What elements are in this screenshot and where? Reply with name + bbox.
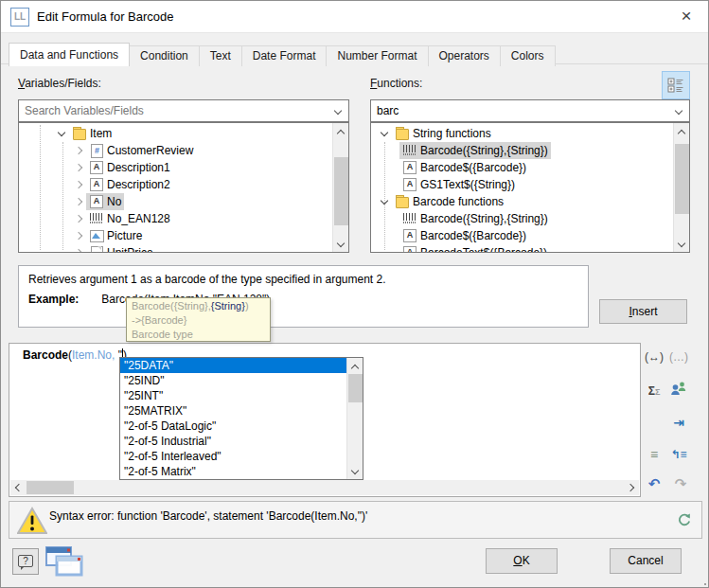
autocomplete-item[interactable]: "2-of-5 DataLogic": [120, 419, 346, 434]
auto-format-icon[interactable]: ↰≡: [668, 446, 689, 463]
ok-button[interactable]: OK: [486, 548, 558, 574]
editor-horizontal-scrollbar[interactable]: [10, 480, 639, 495]
functions-search-combo[interactable]: [370, 99, 690, 122]
insert-tab-icon[interactable]: ⇥: [668, 414, 689, 431]
contacts-icon[interactable]: [668, 381, 689, 398]
chevron-down-icon[interactable]: [334, 107, 342, 115]
tab-number-format[interactable]: Number Format: [326, 45, 428, 66]
tree-item[interactable]: Barcode$({Barcode}): [371, 159, 673, 176]
chevron-right-icon[interactable]: [73, 227, 86, 244]
chevron-right-icon[interactable]: [73, 193, 86, 210]
scroll-down-icon[interactable]: [674, 236, 690, 252]
tree-item-label[interactable]: Picture: [86, 227, 145, 244]
autocomplete-item[interactable]: "2-of-5 Industrial": [120, 434, 346, 449]
chevron-right-icon[interactable]: [73, 210, 86, 227]
chevron-down-icon[interactable]: [675, 107, 682, 115]
variables-tree-scrollbar[interactable]: [332, 123, 348, 252]
scrollbar-thumb[interactable]: [348, 374, 363, 402]
tree-item-label[interactable]: Barcode$({Barcode}): [399, 159, 529, 176]
indent-icon[interactable]: ≡: [644, 446, 665, 463]
tree-item-label[interactable]: BarcodeText$({Barcode}): [399, 244, 550, 252]
tree-item-label[interactable]: GS1Text$({String}): [399, 176, 518, 193]
help-button[interactable]: ?: [12, 548, 39, 575]
refresh-icon[interactable]: [677, 512, 692, 527]
variables-tree[interactable]: ItemCustomerReviewDescription1Descriptio…: [18, 122, 349, 253]
formula-text[interactable]: Barcode(Item.No, "): [23, 348, 127, 362]
tree-item-label[interactable]: Description1: [86, 159, 173, 176]
undo-icon[interactable]: ↶: [644, 475, 665, 492]
scroll-up-icon[interactable]: [333, 123, 349, 139]
chevron-down-icon[interactable]: [379, 193, 392, 210]
scrollbar-thumb[interactable]: [334, 157, 348, 225]
tab-colors[interactable]: Colors: [500, 45, 556, 66]
autocomplete-item[interactable]: "25IND": [120, 373, 346, 388]
chevron-down-icon[interactable]: [379, 125, 392, 142]
resize-grip[interactable]: [700, 579, 702, 581]
tab-condition[interactable]: Condition: [129, 45, 200, 66]
tab-text[interactable]: Text: [199, 45, 242, 66]
tree-item-label[interactable]: Barcode$({Barcode}): [399, 227, 529, 244]
tree-item-label[interactable]: UnitPrice: [86, 244, 156, 252]
tree-item-label[interactable]: CustomerReview: [86, 142, 196, 159]
autocomplete-scrollbar[interactable]: [346, 358, 363, 479]
tree-item[interactable]: Barcode({String},{String}): [371, 142, 673, 159]
autocomplete-item[interactable]: "2-of-5 Matrix": [120, 464, 346, 479]
chevron-right-icon[interactable]: [73, 244, 86, 252]
autocomplete-item[interactable]: "25MATRIX": [120, 403, 346, 419]
functions-tree[interactable]: String functionsBarcode({String},{String…: [370, 122, 690, 253]
sum-functions-icon[interactable]: ΣΣ: [644, 383, 665, 400]
scroll-up-icon[interactable]: [674, 123, 690, 139]
tree-item[interactable]: No: [19, 193, 332, 210]
scroll-down-icon[interactable]: [333, 236, 349, 252]
tree-item[interactable]: String functions: [371, 125, 673, 142]
tree-item[interactable]: No_EAN128: [19, 210, 332, 227]
autocomplete-dropdown[interactable]: "25DATA""25IND""25INT""25MATRIX""2-of-5 …: [119, 357, 363, 480]
insert-linebreak-icon[interactable]: (↔): [644, 348, 665, 365]
windows-copy-icon[interactable]: [44, 545, 86, 582]
tree-item-label[interactable]: Barcode({String},{String}): [399, 210, 551, 227]
tree-item-label[interactable]: Barcode functions: [392, 193, 506, 210]
tree-item[interactable]: Barcode$({Barcode}): [371, 227, 673, 244]
variables-search-input[interactable]: [25, 101, 326, 120]
tree-item-label[interactable]: Barcode({String},{String}): [399, 142, 551, 159]
cancel-button[interactable]: Cancel: [610, 548, 682, 574]
tab-operators[interactable]: Operators: [428, 45, 501, 66]
scroll-left-icon[interactable]: [10, 480, 26, 495]
tree-item[interactable]: BarcodeText$({Barcode}): [371, 244, 673, 252]
tree-item-label[interactable]: String functions: [392, 125, 494, 142]
tree-item-label[interactable]: Description2: [86, 176, 173, 193]
scroll-right-icon[interactable]: [624, 480, 639, 495]
redo-icon[interactable]: ↷: [670, 475, 691, 492]
tree-item[interactable]: UnitPrice: [19, 244, 332, 252]
insert-field-frame-icon[interactable]: (…): [668, 348, 689, 365]
scroll-down-icon[interactable]: [347, 463, 363, 479]
chevron-right-icon[interactable]: [73, 176, 86, 193]
chevron-down-icon[interactable]: [56, 125, 69, 142]
insert-button[interactable]: Insert: [599, 299, 687, 324]
group-view-toggle-button[interactable]: [662, 71, 690, 99]
tree-item[interactable]: Barcode({String},{String}): [371, 210, 673, 227]
tab-data-and-functions[interactable]: Data and Functions: [9, 43, 130, 66]
tree-item[interactable]: CustomerReview: [19, 142, 332, 159]
tree-item-label[interactable]: Item: [69, 125, 115, 142]
tree-item[interactable]: Picture: [19, 227, 332, 244]
chevron-right-icon[interactable]: [73, 142, 86, 159]
tab-date-format[interactable]: Date Format: [241, 45, 328, 66]
functions-search-input[interactable]: [377, 101, 666, 120]
variables-search-combo[interactable]: [18, 99, 349, 122]
tree-item[interactable]: Description2: [19, 176, 332, 193]
scrollbar-thumb[interactable]: [27, 481, 74, 494]
autocomplete-item[interactable]: "2-of-5 Interleaved": [120, 449, 346, 464]
scroll-up-icon[interactable]: [347, 358, 363, 374]
autocomplete-item[interactable]: "25INT": [120, 388, 346, 403]
tree-item-label[interactable]: No_EAN128: [86, 210, 173, 227]
close-icon[interactable]: ×: [665, 1, 708, 32]
functions-tree-scrollbar[interactable]: [673, 123, 689, 252]
tree-item[interactable]: GS1Text$({String}): [371, 176, 673, 193]
tree-item-label[interactable]: No: [86, 193, 124, 210]
tree-item[interactable]: Barcode functions: [371, 193, 673, 210]
tree-item[interactable]: Description1: [19, 159, 332, 176]
tree-item[interactable]: Item: [19, 125, 332, 142]
autocomplete-item[interactable]: "25DATA": [120, 358, 346, 373]
chevron-right-icon[interactable]: [73, 159, 86, 176]
